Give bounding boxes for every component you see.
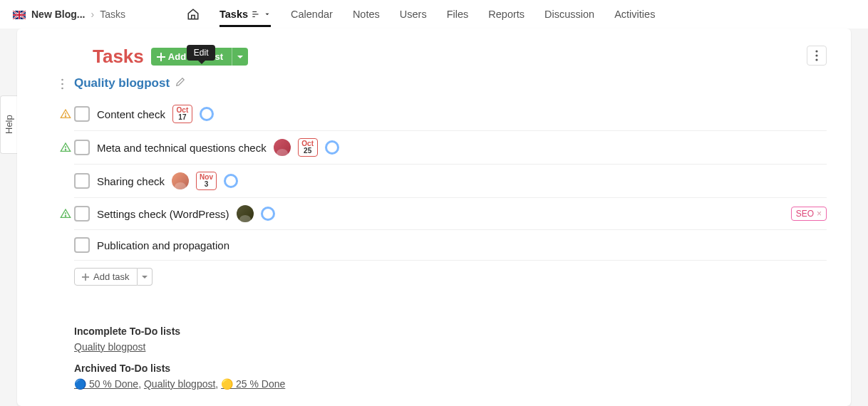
tag-remove-icon[interactable]: × bbox=[817, 209, 822, 219]
task-name[interactable]: Content check bbox=[97, 108, 165, 120]
archived-list-link[interactable]: 🔵 50 % Done bbox=[74, 378, 138, 390]
archived-heading: Archived To-Do lists bbox=[74, 363, 827, 374]
svg-point-21 bbox=[65, 216, 66, 217]
progress-ring-icon[interactable] bbox=[200, 107, 214, 121]
archived-list-link[interactable]: Quality blogpost bbox=[144, 378, 215, 390]
task-list: Content check Oct 17 Meta and technical … bbox=[60, 98, 827, 261]
tag-label: SEO bbox=[796, 209, 814, 219]
plus-icon bbox=[157, 53, 165, 61]
add-task-list-caret[interactable] bbox=[232, 48, 248, 66]
chevron-right-icon: › bbox=[91, 9, 94, 20]
separator: , bbox=[215, 378, 221, 390]
add-task-button[interactable]: Add task bbox=[74, 268, 138, 286]
edit-list-icon[interactable] bbox=[175, 77, 185, 90]
svg-point-10 bbox=[815, 58, 817, 61]
add-task-list-group: Add task list Edit bbox=[151, 48, 248, 66]
nav-tab-discussion[interactable]: Discussion bbox=[544, 1, 594, 27]
task-tag[interactable]: SEO × bbox=[791, 207, 827, 221]
assignee-avatar[interactable] bbox=[237, 205, 254, 222]
task-checkbox[interactable] bbox=[74, 173, 90, 189]
task-name[interactable]: Meta and technical questions check bbox=[97, 142, 267, 154]
svg-rect-4 bbox=[13, 14, 26, 16]
task-name[interactable]: Sharing check bbox=[97, 175, 165, 187]
due-date-badge[interactable]: Oct 25 bbox=[298, 138, 318, 157]
drag-handle-icon[interactable] bbox=[61, 78, 66, 93]
nav-tab-notes[interactable]: Notes bbox=[353, 1, 380, 27]
svg-point-8 bbox=[815, 50, 817, 52]
nav-tab-calendar[interactable]: Calendar bbox=[291, 1, 333, 27]
plus-icon bbox=[82, 274, 89, 281]
task-row: Meta and technical questions check Oct 2… bbox=[74, 131, 827, 165]
assignee-avatar[interactable] bbox=[274, 139, 291, 156]
due-day: 3 bbox=[200, 181, 213, 188]
breadcrumb: New Blog... › Tasks bbox=[13, 9, 162, 20]
due-date-badge[interactable]: Nov 3 bbox=[196, 172, 217, 190]
task-checkbox[interactable] bbox=[74, 206, 90, 222]
caret-down-icon bbox=[237, 54, 243, 60]
list-icon bbox=[251, 9, 261, 19]
breadcrumb-current[interactable]: Tasks bbox=[100, 9, 125, 20]
svg-rect-23 bbox=[82, 276, 89, 278]
due-day: 17 bbox=[176, 114, 189, 121]
task-row: Publication and propagation bbox=[74, 230, 827, 261]
caret-down-icon bbox=[142, 274, 148, 280]
task-checkbox[interactable] bbox=[74, 140, 90, 155]
task-row: Sharing check Nov 3 bbox=[74, 165, 827, 198]
progress-ring-icon[interactable] bbox=[224, 174, 238, 188]
warning-icon bbox=[60, 108, 71, 120]
svg-point-19 bbox=[65, 150, 66, 150]
nav-tabs: Tasks Calendar Notes Users Files Reports… bbox=[187, 1, 655, 27]
progress-ring-icon[interactable] bbox=[325, 140, 339, 155]
assignee-avatar[interactable] bbox=[172, 172, 189, 189]
warning-icon bbox=[60, 142, 71, 153]
page-title: Tasks bbox=[93, 46, 144, 68]
task-row: Settings check (WordPress) SEO × bbox=[74, 198, 827, 230]
home-icon[interactable] bbox=[187, 8, 200, 21]
archived-list-link[interactable]: 🟡 25 % Done bbox=[221, 378, 285, 390]
nav-tab-reports[interactable]: Reports bbox=[488, 1, 525, 27]
svg-point-15 bbox=[61, 88, 63, 90]
progress-ring-icon[interactable] bbox=[261, 207, 275, 221]
svg-rect-12 bbox=[157, 56, 165, 58]
help-tab[interactable]: Help bbox=[0, 95, 17, 154]
nav-tab-label: Tasks bbox=[219, 9, 248, 20]
svg-point-14 bbox=[61, 83, 63, 85]
svg-point-13 bbox=[61, 79, 63, 81]
incomplete-heading: Incomplete To-Do lists bbox=[74, 326, 827, 337]
nav-tab-users[interactable]: Users bbox=[400, 1, 427, 27]
nav-tab-files[interactable]: Files bbox=[447, 1, 469, 27]
task-list-header: Quality blogpost bbox=[74, 76, 827, 90]
incomplete-list-link[interactable]: Quality blogpost bbox=[74, 341, 145, 353]
add-task-row: Add task bbox=[74, 268, 827, 286]
warning-icon bbox=[60, 208, 71, 219]
header-actions bbox=[807, 46, 827, 66]
nav-tab-activities[interactable]: Activities bbox=[614, 1, 655, 27]
edit-tooltip: Edit bbox=[187, 45, 216, 61]
task-name[interactable]: Settings check (WordPress) bbox=[97, 208, 229, 220]
due-date-badge[interactable]: Oct 17 bbox=[172, 105, 192, 123]
main-card: Tasks Add task list Edit Quality blogpos… bbox=[17, 28, 851, 406]
nav-tab-tasks[interactable]: Tasks bbox=[219, 1, 271, 27]
separator: , bbox=[138, 378, 144, 390]
add-task-label: Add task bbox=[93, 271, 130, 282]
add-task-caret[interactable] bbox=[138, 268, 153, 286]
due-day: 25 bbox=[301, 147, 314, 155]
task-row: Content check Oct 17 bbox=[74, 98, 827, 131]
lists-summary: Incomplete To-Do lists Quality blogpost … bbox=[74, 326, 827, 406]
chevron-down-icon bbox=[264, 11, 271, 18]
svg-point-17 bbox=[65, 116, 66, 117]
task-checkbox[interactable] bbox=[74, 106, 90, 122]
task-name[interactable]: Publication and propagation bbox=[97, 239, 229, 251]
page-header: Tasks Add task list Edit bbox=[93, 46, 827, 68]
svg-point-9 bbox=[815, 54, 817, 56]
kebab-icon bbox=[815, 50, 818, 61]
top-nav: New Blog... › Tasks Tasks Calendar Notes… bbox=[0, 0, 868, 28]
task-checkbox[interactable] bbox=[74, 237, 90, 253]
breadcrumb-project[interactable]: New Blog... bbox=[31, 9, 85, 20]
task-list-title[interactable]: Quality blogpost bbox=[74, 76, 170, 90]
flag-icon bbox=[13, 10, 26, 19]
more-menu-button[interactable] bbox=[807, 46, 827, 66]
